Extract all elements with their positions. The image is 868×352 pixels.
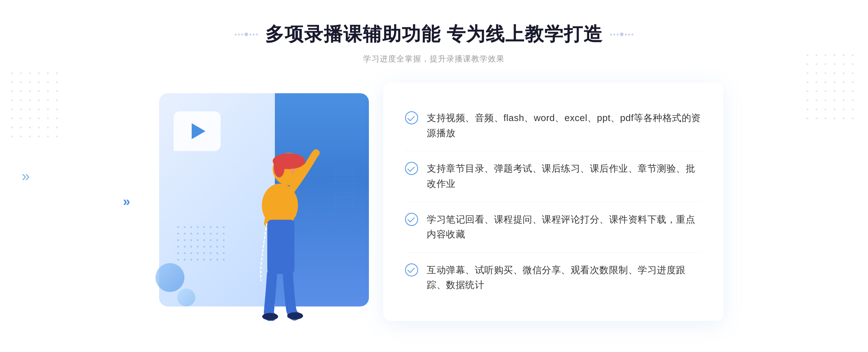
header-section: 多项录播课辅助功能 专为线上教学打造 学习进度全掌握，提升录播课教学效果 [235,22,633,64]
svg-point-3 [274,157,285,177]
left-arrow-decoration: » [123,194,130,209]
play-button-bubble [174,111,221,151]
title-decoration-right [610,33,633,36]
feature-item-3: 学习笔记回看、课程提问、课程评论打分、课件资料下载，重点内容收藏 [405,202,702,253]
check-icon-4 [405,263,418,276]
bg-dots-right [807,54,857,123]
svg-rect-5 [267,220,294,274]
feature-item-2: 支持章节目录、弹题考试、课后练习、课后作业、章节测验、批改作业 [405,151,702,202]
main-title: 多项录播课辅助功能 专为线上教学打造 [265,22,603,47]
subtitle: 学习进度全掌握，提升录播课教学效果 [235,53,633,64]
svg-point-7 [287,312,303,319]
check-icon-1 [405,111,418,124]
feature-text-4: 互动弹幕、试听购买、微信分享、观看次数限制、学习进度跟踪、数据统计 [427,263,702,293]
check-icon-2 [405,162,418,175]
play-triangle-icon [192,123,205,139]
feature-item-1: 支持视频、音频、flash、word、excel、ppt、pdf等各种格式的资源… [405,100,702,151]
main-content: » [145,82,723,321]
title-decoration-left [235,33,258,36]
circle-decoration-2 [177,288,195,306]
illustration-container [145,82,391,321]
svg-point-6 [262,313,278,320]
check-icon-3 [405,213,418,226]
title-row: 多项录播课辅助功能 专为线上教学打造 [235,22,633,47]
circle-decoration-1 [156,263,184,292]
features-container: 支持视频、音频、flash、word、excel、ppt、pdf等各种格式的资源… [383,82,723,321]
bg-dots-left [11,72,61,141]
feature-item-4: 互动弹幕、试听购买、微信分享、观看次数限制、学习进度跟踪、数据统计 [405,253,702,303]
svg-point-4 [291,168,294,173]
feature-text-2: 支持章节目录、弹题考试、课后练习、课后作业、章节测验、批改作业 [427,161,702,191]
feature-text-3: 学习笔记回看、课程提问、课程评论打分、课件资料下载，重点内容收藏 [427,212,702,242]
feature-text-1: 支持视频、音频、flash、word、excel、ppt、pdf等各种格式的资源… [427,111,702,141]
person-illustration [218,115,341,321]
left-chevron-decoration: » [22,168,30,184]
page-container: 多项录播课辅助功能 专为线上教学打造 学习进度全掌握，提升录播课教学效果 » [0,0,868,352]
